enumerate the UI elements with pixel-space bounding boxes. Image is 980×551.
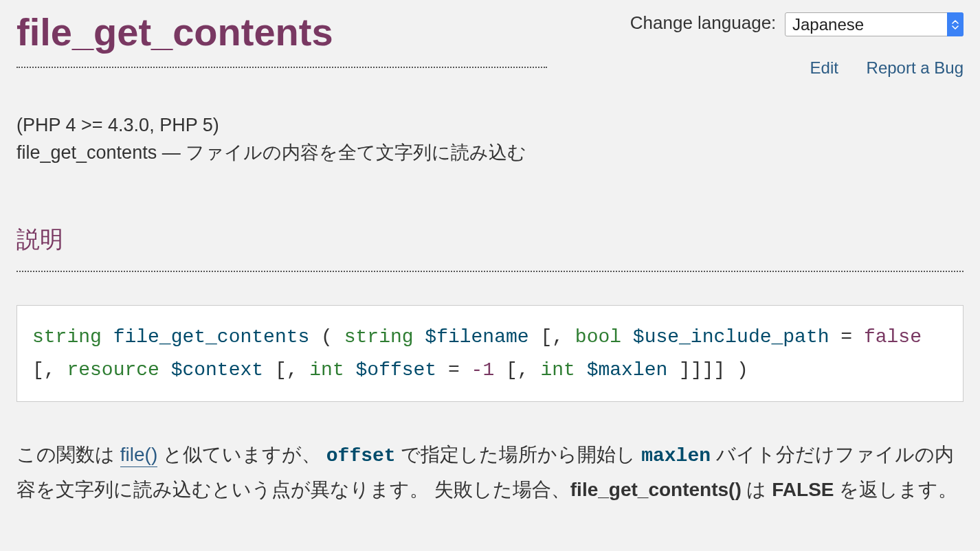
desc-t3: で指定した場所から開始し xyxy=(396,444,642,465)
file-function-link[interactable]: file() xyxy=(120,444,157,467)
sig-punct: = xyxy=(448,359,471,381)
php-doc-page: file_get_contents Change language: Japan… xyxy=(0,0,980,551)
report-bug-link[interactable]: Report a Bug xyxy=(867,58,964,77)
language-row: Change language: Japanese xyxy=(630,12,964,36)
maxlen-code: maxlen xyxy=(641,445,711,466)
edit-link[interactable]: Edit xyxy=(810,58,838,77)
page-title: file_get_contents xyxy=(16,12,547,68)
tool-links: Edit Report a Bug xyxy=(630,58,964,78)
desc-t6: を返します。 xyxy=(834,479,958,500)
desc-t5: は xyxy=(742,479,772,500)
sig-punct: = xyxy=(840,326,864,348)
sig-p4-default: -1 xyxy=(471,359,495,381)
summary-desc: ファイルの内容を全て文字列に読み込む xyxy=(186,142,526,163)
summary-line: file_get_contents — ファイルの内容を全て文字列に読み込む xyxy=(16,140,964,165)
sig-p3-type: resource xyxy=(67,359,159,381)
desc-t2: と似ていますが、 xyxy=(157,444,326,465)
sig-func-name: file_get_contents xyxy=(113,326,310,348)
sig-punct: ]]]] ) xyxy=(679,359,748,381)
sig-punct: [, xyxy=(32,359,67,381)
function-signature: string file_get_contents ( string $filen… xyxy=(16,305,964,402)
sig-punct: ( xyxy=(321,326,344,348)
summary-sep: — xyxy=(157,142,186,163)
sig-return-type: string xyxy=(32,326,102,348)
summary-fn-name: file_get_contents xyxy=(16,142,157,163)
sig-p5-var: $maxlen xyxy=(587,359,668,381)
page-tools: Change language: Japanese Edit Report a … xyxy=(630,12,964,78)
sig-p4-var: $offset xyxy=(356,359,437,381)
sig-p1-var: $filename xyxy=(425,326,528,348)
description-paragraph: この関数は file() と似ていますが、 offset で指定した場所から開始… xyxy=(16,438,964,506)
sig-p1-type: string xyxy=(344,326,414,348)
sig-p2-default: false xyxy=(864,326,922,348)
sig-p2-var: $use_include_path xyxy=(633,326,829,348)
sig-punct: [, xyxy=(540,326,575,348)
fn-bold: file_get_contents() xyxy=(570,479,742,500)
sig-p4-type: int xyxy=(309,359,344,381)
language-select[interactable]: Japanese xyxy=(785,12,964,36)
sig-punct: [, xyxy=(275,359,309,381)
section-description-heading: 説明 xyxy=(16,224,964,272)
desc-t1: この関数は xyxy=(16,444,120,465)
sig-punct: [, xyxy=(506,359,540,381)
false-bold: FALSE xyxy=(772,479,834,500)
sig-p5-type: int xyxy=(540,359,575,381)
offset-code: offset xyxy=(326,445,396,466)
versions-text: (PHP 4 >= 4.3.0, PHP 5) xyxy=(16,115,964,136)
header-row: file_get_contents Change language: Japan… xyxy=(16,12,964,78)
sig-p2-type: bool xyxy=(575,326,621,348)
language-label: Change language: xyxy=(630,12,777,33)
sig-p3-var: $context xyxy=(171,359,263,381)
language-select-wrap: Japanese xyxy=(785,12,964,36)
